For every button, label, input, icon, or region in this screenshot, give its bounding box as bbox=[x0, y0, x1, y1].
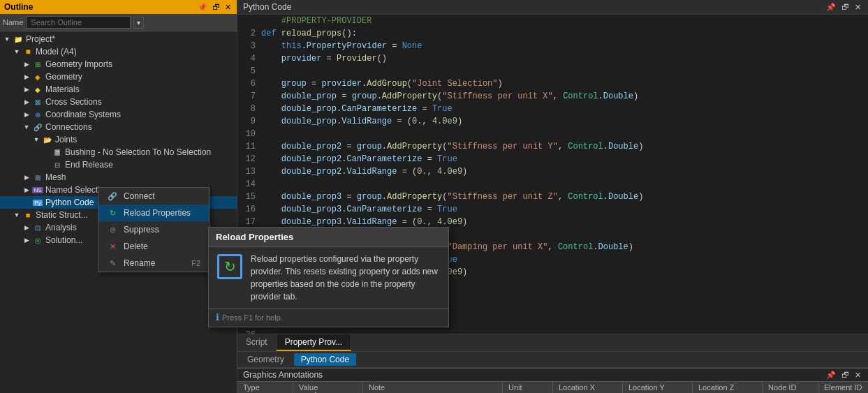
code-line-16: 16 double_prop3.CanParameterize = True bbox=[237, 203, 868, 216]
annotations-close-button[interactable]: ✕ bbox=[853, 371, 862, 379]
code-panel-header: Python Code 📌 🗗 ✕ bbox=[237, 0, 868, 15]
line-num-3: 3 bbox=[237, 40, 261, 52]
bottom-sub-tabs: Geometry Python Code bbox=[237, 352, 868, 368]
tree-label-model: Model (A4) bbox=[36, 47, 77, 57]
code-line-26: 26 ... bbox=[237, 329, 868, 334]
tree-label-solution: Solution... bbox=[45, 235, 82, 245]
tooltip-help-text: Press F1 for help. bbox=[222, 313, 283, 322]
code-line-9: 9 double_prop.ValidRange = (0., 4.0e9) bbox=[237, 115, 868, 128]
context-menu-rename[interactable]: ✎ Rename F2 bbox=[98, 255, 209, 272]
bottom-section: Script Property Prov... Geometry Python … bbox=[237, 334, 868, 393]
code-close-button[interactable]: ✕ bbox=[853, 3, 862, 11]
reload-properties-label: Reload Properties bbox=[124, 208, 191, 218]
tab-script-label: Script bbox=[246, 337, 267, 347]
search-dropdown-button[interactable]: ▾ bbox=[133, 17, 144, 29]
code-pin-button[interactable]: 📌 bbox=[825, 3, 837, 11]
context-menu-connect[interactable]: 🔗 Connect bbox=[98, 188, 209, 205]
context-menu-reload-properties[interactable]: ↻ Reload Properties ▶ bbox=[98, 205, 209, 221]
line-content-1: #PROPERTY-PROVIDER bbox=[261, 15, 868, 27]
expand-icon: ▶ bbox=[22, 173, 31, 181]
line-num-14: 14 bbox=[237, 178, 261, 191]
coordinate-systems-icon: ⊕ bbox=[32, 109, 43, 120]
tree-label-joints: Joints bbox=[55, 135, 77, 144]
col-type: Type bbox=[237, 382, 293, 393]
outline-toolbar: Name ▾ bbox=[0, 14, 237, 31]
expand-icon: ▶ bbox=[22, 236, 31, 244]
line-content-9: double_prop.ValidRange = (0., 4.0e9) bbox=[261, 115, 868, 128]
expand-icon: ▼ bbox=[32, 135, 41, 144]
tooltip-description: Reload properties configured via the pro… bbox=[251, 253, 441, 303]
reload-large-icon: ↻ bbox=[217, 254, 242, 279]
tab-script[interactable]: Script bbox=[237, 334, 277, 351]
line-num-13: 13 bbox=[237, 165, 261, 178]
expand-icon: ▶ bbox=[22, 60, 31, 68]
line-num-12: 12 bbox=[237, 153, 261, 165]
line-content-7: double_prop = group.AddProperty("Stiffne… bbox=[261, 90, 868, 103]
line-num-7: 7 bbox=[237, 90, 261, 103]
line-content-3: this.PropertyProvider = None bbox=[261, 40, 868, 52]
code-line-8: 8 double_prop.CanParameterize = True bbox=[237, 103, 868, 115]
tree-item-geometry[interactable]: ▶ ◆ Geometry bbox=[0, 71, 237, 83]
col-note: Note bbox=[363, 382, 503, 393]
tree-label-materials: Materials bbox=[45, 84, 80, 94]
sub-tab-python-code[interactable]: Python Code bbox=[294, 353, 356, 366]
connect-label: Connect bbox=[124, 191, 155, 201]
col-element-id: Element ID bbox=[818, 382, 868, 393]
tree-label-mesh: Mesh bbox=[45, 172, 66, 182]
expand-icon: ▶ bbox=[22, 110, 31, 119]
bushing-icon: ? bbox=[52, 147, 63, 158]
reload-arrow-icon: ↻ bbox=[224, 258, 236, 275]
tree-label-bushing: Bushing - No Selection To No Selection bbox=[65, 147, 211, 157]
expand-icon: ▼ bbox=[13, 47, 21, 56]
pin-button[interactable]: 📌 bbox=[196, 3, 209, 11]
annotations-pin-button[interactable]: 📌 bbox=[825, 371, 837, 379]
delete-label: Delete bbox=[124, 242, 148, 251]
line-content-8: double_prop.CanParameterize = True bbox=[261, 103, 868, 115]
solution-icon: ◎ bbox=[32, 235, 43, 246]
connections-icon: 🔗 bbox=[32, 121, 43, 133]
context-menu-delete[interactable]: ✕ Delete bbox=[98, 238, 209, 255]
line-content-26: ... bbox=[261, 329, 868, 334]
search-input[interactable] bbox=[26, 16, 131, 29]
tree-item-materials[interactable]: ▶ ◆ Materials bbox=[0, 83, 237, 96]
sub-tab-geometry[interactable]: Geometry bbox=[240, 353, 291, 366]
tree-item-project[interactable]: ▼ 📁 Project* bbox=[0, 33, 237, 45]
line-content-12: double_prop2.CanParameterize = True bbox=[261, 153, 868, 165]
bottom-tabs: Script Property Prov... bbox=[237, 334, 868, 352]
context-menu-suppress[interactable]: ⊘ Suppress bbox=[98, 221, 209, 238]
folder-icon: 📁 bbox=[13, 34, 24, 45]
line-num-2: 2 bbox=[237, 27, 261, 40]
tree-item-mesh[interactable]: ▶ ⊞ Mesh bbox=[0, 171, 237, 184]
float-button[interactable]: 🗗 bbox=[211, 3, 221, 11]
tree-item-end-release[interactable]: ⊟ End Release bbox=[0, 158, 237, 171]
info-icon: ℹ bbox=[216, 312, 219, 322]
tree-item-joints[interactable]: ▼ 📂 Joints bbox=[0, 133, 237, 146]
expand-icon: ▼ bbox=[13, 211, 21, 219]
delete-icon: ✕ bbox=[107, 241, 118, 252]
annotations-float-button[interactable]: 🗗 bbox=[840, 371, 851, 379]
python-code-icon: Py bbox=[32, 197, 43, 208]
tree-item-cross-sections[interactable]: ▶ ⊠ Cross Sections bbox=[0, 96, 237, 108]
line-num-4: 4 bbox=[237, 52, 261, 65]
code-float-button[interactable]: 🗗 bbox=[840, 3, 851, 11]
tree-item-bushing[interactable]: ? Bushing - No Selection To No Selection bbox=[0, 146, 237, 158]
geometry-imports-icon: ⊞ bbox=[32, 59, 43, 70]
tooltip-popup: Reload Properties ↻ Reload properties co… bbox=[208, 227, 449, 327]
line-content-4: provider = Provider() bbox=[261, 52, 868, 65]
tree-item-model[interactable]: ▼ ■ Model (A4) bbox=[0, 45, 237, 58]
expand-icon: ▶ bbox=[22, 186, 31, 194]
no-expand bbox=[42, 161, 50, 169]
line-content-13: double_prop2.ValidRange = (0., 4.0e9) bbox=[261, 165, 868, 178]
expand-icon: ▶ bbox=[22, 85, 31, 94]
rename-icon: ✎ bbox=[107, 258, 118, 269]
tree-item-coordinate-systems[interactable]: ▶ ⊕ Coordinate Systems bbox=[0, 108, 237, 121]
outline-panel: Outline 📌 🗗 ✕ Name ▾ ▼ 📁 Project* ▼ bbox=[0, 0, 237, 393]
close-button[interactable]: ✕ bbox=[223, 3, 233, 11]
context-menu: 🔗 Connect ↻ Reload Properties ▶ ⊘ Suppre… bbox=[98, 187, 209, 272]
tab-property-prov[interactable]: Property Prov... bbox=[277, 334, 351, 351]
code-line-6: 6 group = provider.AddGroup("Joint Selec… bbox=[237, 77, 868, 90]
line-num-5: 5 bbox=[237, 65, 261, 77]
code-line-12: 12 double_prop2.CanParameterize = True bbox=[237, 153, 868, 165]
tree-item-connections[interactable]: ▼ 🔗 Connections bbox=[0, 121, 237, 133]
tree-item-geometry-imports[interactable]: ▶ ⊞ Geometry Imports bbox=[0, 58, 237, 71]
